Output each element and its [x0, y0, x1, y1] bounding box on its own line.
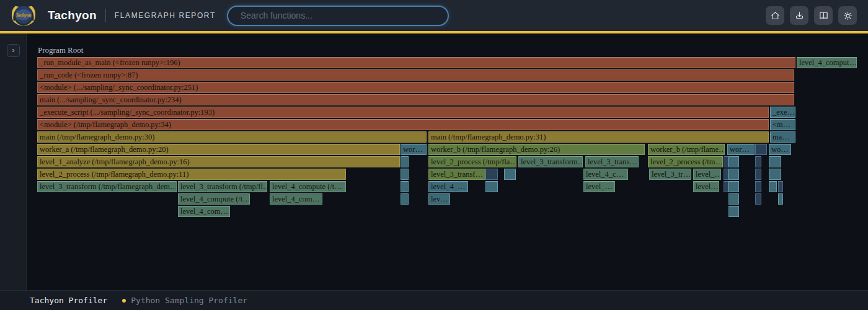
flame-bar[interactable] [728, 193, 739, 205]
book-icon [818, 11, 829, 21]
docs-button[interactable] [814, 6, 833, 25]
header-divider [105, 9, 106, 22]
flame-bar[interactable]: _execute_script (.../sampling/_sync_coor… [37, 107, 769, 118]
flame-bar[interactable]: worker_a (/tmp/flamegraph_demo.py:20) [37, 144, 400, 155]
flame-bar[interactable]: level_4_compute (/t… [178, 193, 250, 205]
flame-bar[interactable]: main (.../sampling/_sync_coordinator.py:… [37, 94, 794, 105]
flame-bar[interactable]: ma… [770, 131, 795, 143]
flame-bar[interactable]: level_2_process (/tm… [648, 156, 723, 167]
flame-bar[interactable]: level_3_transform (/tmp/flamegraph_dem… [37, 181, 177, 192]
report-type-label: FLAMEGRAPH REPORT [115, 11, 216, 20]
download-button[interactable] [790, 6, 808, 25]
svg-text:Tachyon: Tachyon [16, 13, 31, 18]
flame-bar[interactable] [755, 169, 761, 180]
flame-bar[interactable]: worker_b (/tmp/flame… [648, 144, 725, 155]
flame-bar[interactable] [755, 156, 761, 167]
app-header: Tachyon Tachyon FLAMEGRAPH REPORT [0, 0, 868, 31]
flame-bar[interactable] [755, 144, 767, 155]
flame-bar[interactable] [769, 169, 781, 180]
flame-bar[interactable] [401, 181, 409, 192]
flame-bar[interactable] [724, 156, 728, 167]
status-bar: Tachyon Profiler Python Sampling Profile… [0, 290, 868, 310]
flame-bar[interactable]: level_4_comput… [797, 57, 857, 68]
search-input[interactable] [227, 6, 449, 26]
flame-bar[interactable]: level_3_transform… [518, 156, 583, 167]
flame-bar[interactable] [401, 169, 409, 180]
flame-bar[interactable]: _run_module_as_main (<frozen runpy>:196) [37, 57, 795, 68]
flame-root-label: Program Root [38, 45, 83, 55]
flamegraph: Program Root _run_module_as_main (<froze… [27, 33, 868, 290]
flame-bar[interactable] [769, 156, 781, 167]
flame-bar[interactable] [728, 169, 739, 180]
flame-bar[interactable] [728, 206, 739, 217]
flame-bar[interactable] [485, 169, 498, 180]
status-dot-icon [122, 299, 126, 303]
flame-bar[interactable] [485, 181, 498, 192]
status-app-name: Tachyon Profiler [30, 296, 107, 305]
flame-bar[interactable]: level_4_com… [178, 206, 230, 217]
flame-bar[interactable] [769, 181, 777, 192]
flame-bar[interactable]: level_4_… [428, 181, 468, 192]
flame-bar[interactable]: level_… [583, 181, 615, 192]
flame-bar[interactable]: level_3_transf… [428, 169, 485, 180]
flame-bar[interactable]: level_4_com… [270, 193, 322, 205]
flame-bar[interactable]: wor… [401, 144, 427, 155]
flame-bar[interactable] [401, 156, 409, 167]
flame-bar[interactable]: _run_code (<frozen runpy>:87) [37, 69, 794, 81]
flame-bar[interactable]: main (/tmp/flamegraph_demo.py:30) [37, 131, 427, 143]
flame-bar[interactable] [724, 169, 728, 180]
flame-bar[interactable]: wo… [769, 144, 791, 155]
flame-bar[interactable]: level_3_transform (/tmp/fl… [178, 181, 267, 192]
tachyon-logo: Tachyon [9, 1, 38, 30]
flame-bar[interactable]: level_3_tr… [649, 169, 691, 180]
flame-bar[interactable]: level_… [693, 169, 721, 180]
flame-bar[interactable]: lev… [428, 193, 450, 205]
flame-bar[interactable]: <m… [770, 119, 795, 130]
flame-bar[interactable]: level_1_analyze (/tmp/flamegraph_demo.py… [37, 156, 400, 167]
left-sidebar: › [0, 33, 27, 290]
home-icon [770, 11, 781, 21]
flame-bar[interactable]: wor… [727, 144, 755, 155]
flame-bar[interactable]: level_4_c… [583, 169, 628, 180]
brightness-icon [843, 11, 853, 21]
sidebar-expand-button[interactable]: › [7, 44, 20, 57]
flame-bar[interactable]: <module> (.../sampling/_sync_coordinator… [37, 82, 794, 93]
brand-title: Tachyon [48, 9, 97, 22]
flame-bar[interactable]: level… [693, 181, 719, 192]
flame-bar[interactable] [728, 181, 739, 192]
flame-bar[interactable] [755, 193, 761, 205]
flame-bar[interactable]: worker_b (/tmp/flamegraph_demo.py:26) [428, 144, 645, 155]
flame-bar[interactable] [504, 169, 516, 180]
flame-bar[interactable]: <module> (/tmp/flamegraph_demo.py:34) [37, 119, 769, 130]
flame-bar[interactable] [401, 193, 409, 205]
flame-bar[interactable]: level_3_trans… [585, 156, 639, 167]
flame-bar[interactable]: level_2_process (/tmp/fla… [428, 156, 516, 167]
flame-bar[interactable]: _exe… [770, 107, 795, 118]
theme-button[interactable] [838, 6, 857, 25]
flame-bar[interactable]: level_2_process (/tmp/flamegraph_demo.py… [37, 169, 346, 180]
download-icon [794, 11, 805, 21]
flame-bar[interactable] [728, 156, 739, 167]
flame-bar[interactable] [778, 181, 783, 192]
flame-bar[interactable]: main (/tmp/flamegraph_demo.py:31) [428, 131, 769, 143]
status-subtitle: Python Sampling Profiler [131, 296, 247, 305]
flame-bar[interactable] [778, 193, 783, 205]
header-actions [766, 6, 857, 25]
home-button[interactable] [766, 6, 784, 25]
flame-bar[interactable] [755, 181, 761, 192]
flame-bar[interactable]: level_4_compute (/t… [270, 181, 346, 192]
flame-bar[interactable] [724, 181, 728, 192]
